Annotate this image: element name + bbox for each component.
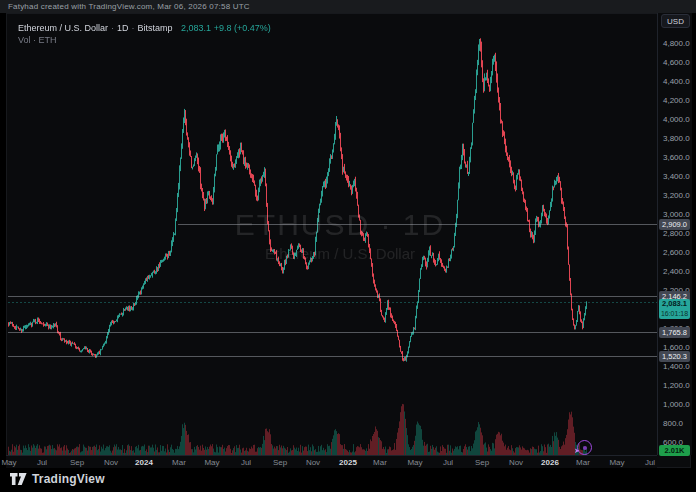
time-tick-label: Sep [475,458,489,467]
time-tick-label: Jul [37,458,47,467]
tradingview-brand[interactable]: TradingView [10,472,105,486]
volume-value-label: 2.01K [659,445,690,456]
footer-bar: TradingView [0,468,696,492]
price-tick-label: 4,800.0 [663,39,690,49]
price-tick-label: 4,000.0 [663,115,690,125]
level-price-label: 2,909.0 [659,219,690,230]
level-price-label: 1,520.3 [659,351,690,362]
price-tick-label: 3,800.0 [663,134,690,144]
legend-symbol-title[interactable]: Ethereum / U.S. Dollar [18,23,108,33]
candlestick-chart-canvas[interactable] [7,12,657,455]
time-tick-label: Nov [509,458,523,467]
price-tick-label: 1,400.0 [663,362,690,372]
bar-countdown: 16:01:18 [659,309,690,319]
currency-button[interactable]: USD [661,14,690,28]
legend-last-price: 2,083.1 [181,23,211,33]
price-tick-label: 800.0 [663,419,683,429]
time-tick-label: Mar [373,458,387,467]
time-tick-label: May [407,458,422,467]
legend-separator-2: · [132,23,135,33]
price-tick-label: 4,600.0 [663,58,690,68]
time-tick-label: Jul [645,458,655,467]
price-scale[interactable]: 4,800.04,600.04,400.04,200.04,000.03,800… [657,13,692,455]
price-tick-label: 4,400.0 [663,77,690,87]
price-tick-label: 3,400.0 [663,172,690,182]
time-scale[interactable]: MayJulSepNov2024MarMayJulSepNov2025MarMa… [6,455,657,469]
price-tick-label: 2,600.0 [663,248,690,258]
time-tick-label: 2024 [135,458,153,467]
time-tick-label: May [204,458,219,467]
click-indicator-dot [583,446,587,450]
level-price-label: 1,765.8 [659,327,690,338]
legend-exchange[interactable]: Bitstamp [138,23,173,33]
attribution-text: Fatyhad created with TradingView.com, Ma… [8,2,250,11]
price-tick-label: 4,200.0 [663,96,690,106]
time-tick-label: Sep [70,458,84,467]
price-tick-label: 2,400.0 [663,267,690,277]
price-tick-label: 1,000.0 [663,400,690,410]
price-tick-label: 2,800.0 [663,229,690,239]
time-tick-label: Jul [241,458,251,467]
time-tick-label: Sep [273,458,287,467]
legend-change: +9.8 (+0.47%) [214,23,271,33]
horizontal-level-line[interactable] [178,224,657,225]
time-tick-label: 2026 [541,458,559,467]
time-tick-label: 2025 [339,458,357,467]
time-tick-label: Mar [172,458,186,467]
tradingview-logo-icon [10,473,27,486]
legend-separator-1: · [111,23,114,33]
cursor-arrow-icon: ➤ [574,447,580,454]
legend-interval[interactable]: 1D [117,23,129,33]
chart-legend[interactable]: Ethereum / U.S. Dollar·1D·Bitstamp 2,083… [18,22,271,46]
tradingview-chart-screenshot: Fatyhad created with TradingView.com, Ma… [0,0,696,492]
price-tick-label: 3,200.0 [663,191,690,201]
price-tick-label: 3,600.0 [663,153,690,163]
legend-volume-label[interactable]: Vol · ETH [18,35,57,45]
legend-values: 2,083.1 +9.8 (+0.47%) [181,23,271,33]
current-price-label: 2,083.116:01:18 [659,299,690,319]
current-price-value: 2,083.1 [659,299,690,309]
time-tick-label: May [609,458,624,467]
tradingview-brand-text: TradingView [32,472,105,486]
time-tick-label: May [1,458,16,467]
time-tick-label: Jul [443,458,453,467]
horizontal-level-line[interactable] [8,296,657,297]
price-tick-label: 1,200.0 [663,381,690,391]
time-tick-label: Mar [576,458,590,467]
legend-volume-row[interactable]: Vol · ETH [18,34,271,46]
legend-symbol-row[interactable]: Ethereum / U.S. Dollar·1D·Bitstamp 2,083… [18,22,271,34]
time-tick-label: Nov [104,458,118,467]
horizontal-level-line[interactable] [8,332,657,333]
click-indicator-icon: ➤ [577,440,592,455]
time-tick-label: Nov [306,458,320,467]
horizontal-level-line[interactable] [8,356,657,357]
